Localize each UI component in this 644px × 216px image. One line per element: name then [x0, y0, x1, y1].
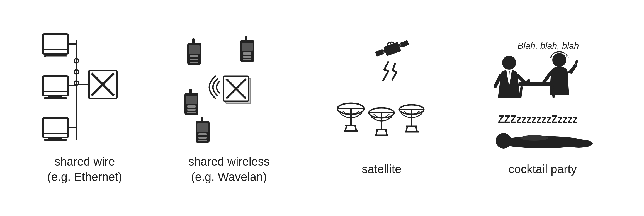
svg-rect-46 — [198, 140, 207, 141]
svg-point-83 — [552, 53, 566, 67]
svg-rect-45 — [198, 137, 207, 139]
svg-point-89 — [496, 133, 511, 149]
svg-point-91 — [565, 139, 593, 148]
svg-rect-33 — [243, 56, 251, 58]
svg-rect-44 — [198, 133, 207, 135]
shared-wire-section: shared wire (e.g. Ethernet) — [40, 31, 129, 185]
svg-rect-5 — [43, 76, 68, 96]
svg-rect-6 — [43, 76, 68, 91]
svg-rect-37 — [186, 96, 197, 104]
svg-rect-52 — [383, 42, 401, 56]
shared-wireless-caption: shared wireless (e.g. Wavelan) — [188, 154, 270, 185]
satellite-caption: satellite — [362, 162, 401, 177]
satellite-illustration — [329, 39, 434, 156]
svg-rect-8 — [44, 97, 67, 99]
svg-text:Blah, blah, blah: Blah, blah, blah — [517, 41, 579, 51]
cocktail-party-caption: cocktail party — [509, 162, 577, 177]
svg-rect-26 — [190, 55, 198, 57]
svg-text:ZZZzzzzzzzZzzzz: ZZZzzzzzzzZzzzz — [498, 113, 578, 125]
svg-line-78 — [416, 126, 417, 132]
svg-rect-28 — [190, 62, 198, 63]
shared-wireless-illustration — [176, 31, 282, 149]
svg-rect-40 — [187, 112, 196, 113]
svg-rect-32 — [243, 52, 251, 55]
svg-line-85 — [520, 86, 522, 98]
svg-rect-12 — [44, 139, 67, 141]
svg-rect-47 — [201, 117, 203, 122]
svg-point-81 — [502, 56, 516, 70]
svg-rect-1 — [43, 34, 68, 50]
svg-rect-27 — [190, 59, 198, 60]
svg-line-71 — [386, 130, 387, 135]
cocktail-party-illustration: Blah, blah, blah — [481, 39, 604, 156]
cocktail-party-section: Blah, blah, blah — [481, 39, 604, 177]
svg-line-63 — [345, 125, 347, 131]
svg-rect-41 — [189, 89, 192, 94]
svg-rect-29 — [192, 38, 195, 44]
svg-rect-38 — [187, 105, 196, 108]
svg-line-86 — [552, 86, 554, 98]
shared-wireless-section: shared wireless (e.g. Wavelan) — [176, 31, 282, 185]
svg-point-90 — [520, 135, 548, 141]
svg-rect-84 — [519, 82, 555, 86]
svg-line-70 — [376, 130, 377, 135]
svg-rect-9 — [43, 118, 68, 137]
svg-rect-54 — [400, 40, 409, 48]
svg-rect-34 — [243, 59, 251, 60]
svg-rect-35 — [245, 36, 247, 41]
svg-rect-25 — [189, 45, 200, 54]
svg-rect-53 — [375, 49, 385, 57]
svg-line-64 — [355, 125, 356, 131]
svg-rect-10 — [43, 118, 68, 133]
svg-rect-0 — [43, 34, 68, 54]
svg-rect-43 — [197, 123, 208, 132]
svg-line-77 — [406, 126, 407, 132]
shared-wire-caption: shared wire (e.g. Ethernet) — [47, 154, 122, 185]
satellite-section: satellite — [329, 39, 434, 177]
svg-rect-39 — [187, 109, 196, 111]
shared-wire-illustration — [40, 31, 129, 149]
svg-rect-31 — [242, 43, 253, 51]
